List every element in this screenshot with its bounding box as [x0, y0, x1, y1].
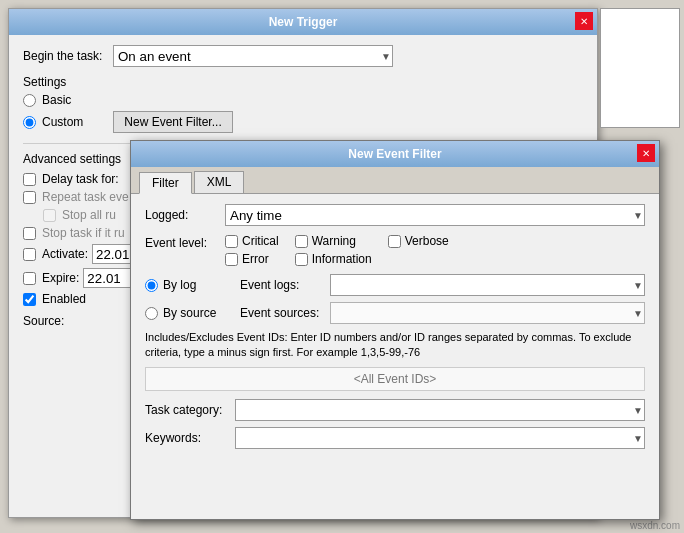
repeat-task-checkbox[interactable]: [23, 191, 36, 204]
error-label: Error: [242, 252, 269, 266]
event-filter-title: New Event Filter: [348, 147, 441, 161]
enabled-label: Enabled: [42, 292, 86, 306]
event-filter-close-button[interactable]: ✕: [637, 144, 655, 162]
stop-task-checkbox[interactable]: [23, 227, 36, 240]
by-source-label: By source: [163, 306, 216, 320]
tab-filter[interactable]: Filter: [139, 172, 192, 194]
verbose-label: Verbose: [405, 234, 449, 248]
logged-label: Logged:: [145, 208, 225, 222]
expire-checkbox[interactable]: [23, 272, 36, 285]
event-sources-select-wrapper: ▼: [330, 302, 645, 324]
new-event-filter-button[interactable]: New Event Filter...: [113, 111, 232, 133]
by-log-radio[interactable]: [145, 279, 158, 292]
event-filter-window: New Event Filter ✕ Filter XML Logged: An…: [130, 140, 660, 520]
activate-label: Activate:: [42, 247, 88, 261]
tabs-bar: Filter XML: [131, 167, 659, 194]
by-log-label: By log: [163, 278, 196, 292]
right-panel: [600, 8, 680, 128]
includes-excludes-text: Includes/Excludes Event IDs: Enter ID nu…: [145, 330, 645, 361]
task-category-select[interactable]: [235, 399, 645, 421]
warning-checkbox[interactable]: [295, 235, 308, 248]
event-level-checkboxes: Critical Warning Verbose Error Informati…: [225, 234, 449, 266]
begin-task-label: Begin the task:: [23, 49, 113, 63]
delay-task-label: Delay task for:: [42, 172, 119, 186]
by-source-radio-container: By source: [145, 306, 240, 320]
critical-checkbox[interactable]: [225, 235, 238, 248]
event-logs-select[interactable]: [330, 274, 645, 296]
tab-xml[interactable]: XML: [194, 171, 245, 193]
settings-label: Settings: [23, 75, 583, 89]
keywords-select-wrapper: ▼: [235, 427, 645, 449]
stop-all-checkbox: [43, 209, 56, 222]
verbose-checkbox[interactable]: [388, 235, 401, 248]
basic-radio[interactable]: [23, 94, 36, 107]
repeat-task-label: Repeat task eve: [42, 190, 129, 204]
begin-task-select[interactable]: On an event: [113, 45, 393, 67]
task-category-select-wrapper: ▼: [235, 399, 645, 421]
by-source-radio[interactable]: [145, 307, 158, 320]
stop-task-label: Stop task if it ru: [42, 226, 125, 240]
error-checkbox[interactable]: [225, 253, 238, 266]
event-logs-select-wrapper: ▼: [330, 274, 645, 296]
activate-checkbox[interactable]: [23, 248, 36, 261]
event-ids-input[interactable]: [145, 367, 645, 391]
event-sources-label: Event sources:: [240, 306, 330, 320]
by-log-radio-container: By log: [145, 278, 240, 292]
critical-label: Critical: [242, 234, 279, 248]
event-level-label: Event level:: [145, 234, 225, 250]
information-checkbox[interactable]: [295, 253, 308, 266]
keywords-label: Keywords:: [145, 431, 235, 445]
task-category-label: Task category:: [145, 403, 235, 417]
watermark: wsxdn.com: [630, 520, 680, 531]
trigger-titlebar: New Trigger ✕: [9, 9, 597, 35]
expire-label: Expire:: [42, 271, 79, 285]
custom-label: Custom: [42, 115, 83, 129]
event-sources-select[interactable]: [330, 302, 645, 324]
event-logs-label: Event logs:: [240, 278, 330, 292]
event-filter-titlebar: New Event Filter ✕: [131, 141, 659, 167]
source-label: Source:: [23, 314, 64, 328]
information-label: Information: [312, 252, 372, 266]
trigger-title: New Trigger: [269, 15, 338, 29]
logged-select[interactable]: Any time: [225, 204, 645, 226]
stop-all-label: Stop all ru: [62, 208, 116, 222]
trigger-close-button[interactable]: ✕: [575, 12, 593, 30]
basic-label: Basic: [42, 93, 71, 107]
delay-task-checkbox[interactable]: [23, 173, 36, 186]
custom-radio[interactable]: [23, 116, 36, 129]
warning-label: Warning: [312, 234, 356, 248]
keywords-select[interactable]: [235, 427, 645, 449]
enabled-checkbox[interactable]: [23, 293, 36, 306]
